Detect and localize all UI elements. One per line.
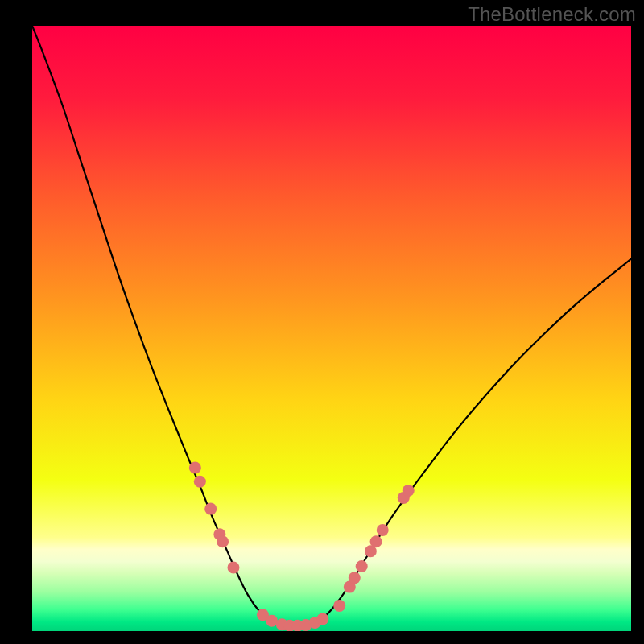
curve-layer (32, 26, 631, 631)
data-marker (189, 461, 201, 473)
data-marker (194, 476, 206, 488)
chart-frame: TheBottleneck.com (0, 0, 644, 644)
data-marker (356, 560, 368, 572)
data-marker (370, 535, 382, 547)
data-marker (316, 613, 328, 625)
watermark-text: TheBottleneck.com (468, 3, 636, 26)
series-left-curve (32, 26, 295, 627)
data-marker (402, 485, 415, 497)
data-marker (349, 572, 361, 584)
data-marker (333, 600, 345, 612)
series-right-curve (295, 259, 631, 627)
data-marker (217, 535, 229, 547)
data-marker (204, 503, 217, 515)
plot-area (32, 26, 631, 631)
data-marker (377, 524, 389, 536)
data-marker (227, 562, 239, 574)
